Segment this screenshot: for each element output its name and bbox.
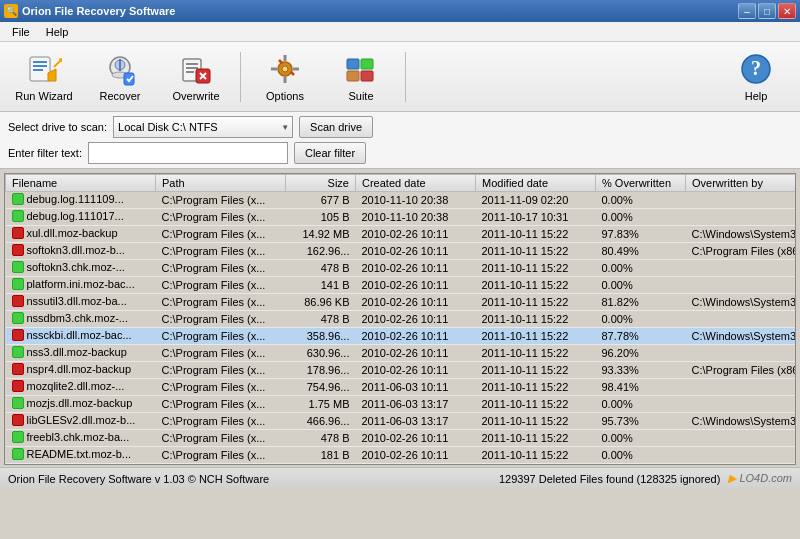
cell-path: C:\Program Files (x... [156,243,286,260]
cell-created: 2011-06-03 10:11 [356,379,476,396]
cell-filename: debug.log.111017... [6,209,156,226]
table-row[interactable]: freebl3.chk.moz-ba... C:\Program Files (… [6,430,796,447]
cell-path: C:\Program Files (x... [156,209,286,226]
cell-modified: 2011-10-11 15:22 [476,226,596,243]
table-row[interactable]: README.txt.moz-b... C:\Program Files (x.… [6,447,796,464]
table-row[interactable]: mozjs.dll.moz-backup C:\Program Files (x… [6,396,796,413]
cell-created: 2010-02-26 10:11 [356,430,476,447]
cell-size: 466.96... [286,413,356,430]
cell-size: 754.96... [286,379,356,396]
help-label: Help [745,90,768,102]
cell-path: C:\Program Files (x... [156,447,286,464]
table-row[interactable]: nssckbi.dll.moz-bac... C:\Program Files … [6,328,796,345]
cell-path: C:\Program Files (x... [156,345,286,362]
menu-file[interactable]: File [4,25,38,39]
recover-button[interactable]: Recover [84,47,156,107]
col-overwritten-by[interactable]: Overwritten by [686,175,796,192]
cell-overwritten-by: C:\Program Files (x86)\ [686,362,796,379]
options-button[interactable]: Options [249,47,321,107]
cell-modified: 2011-10-11 15:22 [476,260,596,277]
maximize-button[interactable]: □ [758,3,776,19]
cell-modified: 2011-10-11 15:22 [476,447,596,464]
suite-button[interactable]: Suite [325,47,397,107]
cell-size: 630.96... [286,345,356,362]
cell-overwritten-pct: 95.73% [596,413,686,430]
menu-help[interactable]: Help [38,25,77,39]
recover-icon [102,51,138,87]
table-row[interactable]: platform.ini.moz-bac... C:\Program Files… [6,277,796,294]
cell-overwritten-pct: 0.00% [596,192,686,209]
cell-overwritten-by [686,311,796,328]
cell-size: 14.92 MB [286,226,356,243]
table-row[interactable]: debug.log.111109... C:\Program Files (x.… [6,192,796,209]
cell-path: C:\Program Files (x... [156,362,286,379]
cell-path: C:\Program Files (x... [156,277,286,294]
drive-select[interactable]: Local Disk C:\ NTFS [113,116,293,138]
cell-overwritten-pct: 0.00% [596,277,686,294]
run-wizard-label: Run Wizard [15,90,72,102]
cell-size: 162.96... [286,243,356,260]
table-row[interactable]: nss3.dll.moz-backup C:\Program Files (x.… [6,345,796,362]
col-modified[interactable]: Modified date [476,175,596,192]
cell-overwritten-pct: 0.00% [596,430,686,447]
cell-path: C:\Program Files (x... [156,311,286,328]
run-wizard-button[interactable]: Run Wizard [8,47,80,107]
svg-rect-3 [33,69,43,71]
cell-size: 181 B [286,447,356,464]
filter-input[interactable] [88,142,288,164]
cell-created: 2010-02-26 10:11 [356,260,476,277]
file-table: Filename Path Size Created date Modified… [5,174,795,464]
table-row[interactable]: debug.log.111017... C:\Program Files (x.… [6,209,796,226]
cell-filename: libGLESv2.dll.moz-b... [6,413,156,430]
col-filename[interactable]: Filename [6,175,156,192]
cell-path: C:\Program Files (x... [156,294,286,311]
cell-overwritten-pct: 93.33% [596,362,686,379]
files-found-text: 129397 Deleted Files found (128325 ignor… [499,473,720,485]
cell-modified: 2011-10-11 15:22 [476,430,596,447]
cell-overwritten-by: C:\Windows\System32\ [686,328,796,345]
cell-filename: softokn3.chk.moz-... [6,260,156,277]
scan-drive-button[interactable]: Scan drive [299,116,373,138]
cell-created: 2010-02-26 10:11 [356,311,476,328]
cell-created: 2010-02-26 10:11 [356,362,476,379]
overwrite-button[interactable]: Overwrite [160,47,232,107]
clear-filter-button[interactable]: Clear filter [294,142,366,164]
minimize-button[interactable]: – [738,3,756,19]
table-row[interactable]: libGLESv2.dll.moz-b... C:\Program Files … [6,413,796,430]
suite-label: Suite [348,90,373,102]
cell-overwritten-by: C:\Windows\System32\ [686,226,796,243]
cell-filename: nspr4.dll.moz-backup [6,362,156,379]
cell-size: 478 B [286,311,356,328]
cell-overwritten-pct: 98.41% [596,379,686,396]
file-table-scroll[interactable]: Filename Path Size Created date Modified… [5,174,795,464]
table-row[interactable]: nspr4.dll.moz-backup C:\Program Files (x… [6,362,796,379]
cell-path: C:\Program Files (x... [156,226,286,243]
cell-modified: 2011-10-11 15:22 [476,311,596,328]
cell-created: 2010-02-26 10:11 [356,243,476,260]
cell-overwritten-pct: 0.00% [596,396,686,413]
close-button[interactable]: ✕ [778,3,796,19]
cell-path: C:\Program Files (x... [156,379,286,396]
col-created[interactable]: Created date [356,175,476,192]
table-row[interactable]: xul.dll.moz-backup C:\Program Files (x..… [6,226,796,243]
cell-modified: 2011-10-11 15:22 [476,396,596,413]
control-bar: Select drive to scan: Local Disk C:\ NTF… [0,112,800,169]
cell-overwritten-pct: 97.83% [596,226,686,243]
cell-overwritten-by [686,277,796,294]
svg-line-26 [291,72,294,75]
table-row[interactable]: nssutil3.dll.moz-ba... C:\Program Files … [6,294,796,311]
svg-rect-14 [186,67,198,69]
table-row[interactable]: nssdbm3.chk.moz-... C:\Program Files (x.… [6,311,796,328]
table-row[interactable]: softokn3.chk.moz-... C:\Program Files (x… [6,260,796,277]
cell-overwritten-pct: 0.00% [596,209,686,226]
cell-overwritten-pct: 0.00% [596,447,686,464]
col-path[interactable]: Path [156,175,286,192]
table-row[interactable]: softokn3.dll.moz-b... C:\Program Files (… [6,243,796,260]
col-overwritten-pct[interactable]: % Overwritten [596,175,686,192]
col-size[interactable]: Size [286,175,356,192]
help-button[interactable]: ? Help [720,47,792,107]
table-row[interactable]: mozqlite2.dll.moz-... C:\Program Files (… [6,379,796,396]
options-icon [267,51,303,87]
cell-size: 178.96... [286,362,356,379]
cell-overwritten-pct: 81.82% [596,294,686,311]
